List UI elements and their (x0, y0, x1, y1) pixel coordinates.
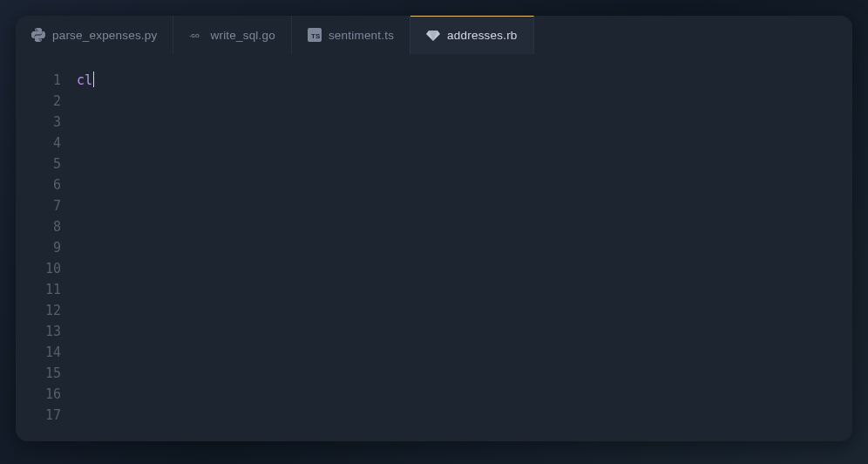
editor-body: 1234567891011121314151617 cl (16, 54, 852, 441)
tab-label: sentiment.ts (329, 29, 394, 42)
svg-text:-GO: -GO (189, 33, 200, 38)
line-number: 16 (16, 384, 70, 405)
code-line (77, 342, 852, 363)
code-line (77, 384, 852, 405)
tab-label: addresses.rb (447, 29, 517, 42)
code-line (77, 174, 852, 195)
line-number: 2 (16, 91, 70, 112)
code-line (77, 112, 852, 133)
code-line (77, 279, 852, 300)
line-number: 5 (16, 154, 70, 174)
tab-parse-expenses-py[interactable]: parse_expenses.py (16, 16, 173, 54)
text-cursor (93, 72, 94, 87)
line-number: 8 (16, 216, 70, 237)
line-number: 13 (16, 321, 70, 342)
code-line (77, 363, 852, 384)
line-number: 4 (16, 133, 70, 154)
line-number: 1 (16, 70, 70, 91)
code-line (77, 195, 852, 216)
code-line: cl (77, 70, 852, 91)
line-number: 14 (16, 342, 70, 363)
code-area[interactable]: cl (70, 54, 852, 441)
ruby-icon (426, 29, 440, 43)
python-icon (31, 28, 45, 42)
code-line (77, 300, 852, 321)
tab-label: parse_expenses.py (52, 29, 157, 42)
tab-label: write_sql.go (210, 29, 275, 42)
line-number: 6 (16, 174, 70, 195)
editor-window: parse_expenses.py -GO write_sql.go TS se… (16, 16, 852, 441)
line-number: 3 (16, 112, 70, 133)
code-line (77, 237, 852, 258)
code-line (77, 133, 852, 154)
line-number: 17 (16, 405, 70, 426)
svg-text:TS: TS (311, 32, 321, 40)
code-line (77, 321, 852, 342)
code-line (77, 91, 852, 112)
tab-write-sql-go[interactable]: -GO write_sql.go (173, 16, 291, 54)
code-line (77, 258, 852, 279)
line-number: 11 (16, 279, 70, 300)
line-number: 10 (16, 258, 70, 279)
line-number: 7 (16, 195, 70, 216)
line-number: 12 (16, 300, 70, 321)
code-line (77, 405, 852, 426)
line-number-gutter: 1234567891011121314151617 (16, 54, 70, 441)
code-line (77, 216, 852, 237)
go-icon: -GO (189, 28, 203, 42)
code-line (77, 154, 852, 174)
tab-bar: parse_expenses.py -GO write_sql.go TS se… (16, 16, 852, 54)
line-number: 15 (16, 363, 70, 384)
tab-addresses-rb[interactable]: addresses.rb (410, 16, 533, 54)
ts-icon: TS (308, 28, 322, 42)
code-token: cl (77, 72, 92, 88)
tab-sentiment-ts[interactable]: TS sentiment.ts (292, 16, 410, 54)
line-number: 9 (16, 237, 70, 258)
